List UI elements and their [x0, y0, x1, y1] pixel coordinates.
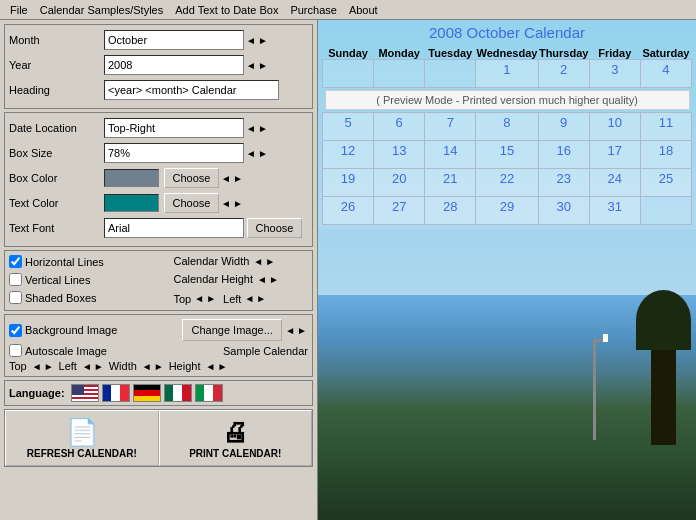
text-color-next-btn[interactable]: ► [232, 198, 244, 209]
box-color-prev-btn[interactable]: ◄ [220, 173, 232, 184]
print-calendar-btn[interactable]: 🖨 Print Calendar! [159, 410, 313, 466]
col-thursday: Thursday [538, 47, 589, 60]
background-section: Background Image Change Image... ◄ ► Aut… [4, 314, 313, 377]
cal-height-spinner: ◄ ► [256, 274, 280, 285]
col-tuesday: Tuesday [425, 47, 476, 60]
menu-calendar-samples[interactable]: Calendar Samples/Styles [34, 3, 170, 17]
height-next-btn[interactable]: ► [216, 361, 228, 372]
left2-next-btn[interactable]: ► [93, 361, 105, 372]
text-font-choose-btn[interactable]: Choose [247, 218, 302, 238]
print-label: Print Calendar! [189, 448, 281, 459]
heading-input[interactable] [104, 80, 279, 100]
calendar-header-row: Sunday Monday Tuesday Wednesday Thursday… [323, 47, 692, 60]
year-prev-btn[interactable]: ◄ [245, 60, 257, 71]
text-color-spinner: ◄ ► [220, 198, 244, 209]
shaded-boxes-checkbox[interactable] [9, 291, 22, 304]
flag-mx[interactable] [164, 384, 192, 402]
calendar-width-label: Calendar Width [174, 255, 250, 267]
calendar-day-cell: 29 [476, 197, 538, 225]
language-label: Language: [9, 387, 65, 399]
date-location-input[interactable] [104, 118, 244, 138]
calendar-day-cell: 1 [476, 60, 538, 88]
top2-next-btn[interactable]: ► [43, 361, 55, 372]
style-settings-section: Date Location ◄ ► Box Size ◄ ► Box [4, 112, 313, 247]
refresh-icon: 📄 [66, 417, 98, 448]
text-color-prev-btn[interactable]: ◄ [220, 198, 232, 209]
month-input[interactable] [104, 30, 244, 50]
menu-about[interactable]: About [343, 3, 384, 17]
bg-next-btn[interactable]: ► [296, 325, 308, 336]
calendar-day-cell: 23 [538, 169, 589, 197]
flag-us[interactable] [71, 384, 99, 402]
calendar-day-cell: 31 [589, 197, 640, 225]
horizontal-lines-checkbox[interactable] [9, 255, 22, 268]
calendar-day-cell: 26 [323, 197, 374, 225]
top-next-btn[interactable]: ► [205, 293, 217, 304]
cal-width-prev-btn[interactable]: ◄ [252, 256, 264, 267]
calendar-day-cell: 18 [640, 141, 691, 169]
col-wednesday: Wednesday [476, 47, 538, 60]
month-prev-btn[interactable]: ◄ [245, 35, 257, 46]
top2-prev-btn[interactable]: ◄ [31, 361, 43, 372]
date-location-next-btn[interactable]: ► [257, 123, 269, 134]
preview-banner-inner: ( Preview Mode - Printed version much hi… [325, 90, 690, 110]
box-size-prev-btn[interactable]: ◄ [245, 148, 257, 159]
menu-purchase[interactable]: Purchase [284, 3, 342, 17]
menu-file[interactable]: File [4, 3, 34, 17]
width-next-btn[interactable]: ► [153, 361, 165, 372]
calendar-day-cell [640, 197, 691, 225]
bg-prev-btn[interactable]: ◄ [284, 325, 296, 336]
left-spinner: ◄ ► [243, 293, 267, 304]
cal-height-next-btn[interactable]: ► [268, 274, 280, 285]
calendar-day-cell: 17 [589, 141, 640, 169]
cal-width-spinner: ◄ ► [252, 256, 276, 267]
width-prev-btn[interactable]: ◄ [141, 361, 153, 372]
calendar-day-cell: 14 [425, 141, 476, 169]
refresh-calendar-btn[interactable]: 📄 Refresh Calendar! [5, 410, 159, 466]
top2-spinner: ◄ ► [31, 361, 55, 372]
menu-add-text[interactable]: Add Text to Date Box [169, 3, 284, 17]
vertical-lines-checkbox[interactable] [9, 273, 22, 286]
calendar-day-cell: 9 [538, 113, 589, 141]
height-prev-btn[interactable]: ◄ [204, 361, 216, 372]
left-next-btn[interactable]: ► [255, 293, 267, 304]
background-image-checkbox[interactable] [9, 324, 22, 337]
cal-height-prev-btn[interactable]: ◄ [256, 274, 268, 285]
text-font-label: Text Font [9, 222, 104, 234]
date-location-label: Date Location [9, 122, 104, 134]
flag-it[interactable] [195, 384, 223, 402]
left2-prev-btn[interactable]: ◄ [81, 361, 93, 372]
calendar-height-row: Calendar Height ◄ ► [159, 273, 309, 285]
top-label: Top [174, 293, 192, 305]
print-icon: 🖨 [222, 417, 248, 448]
horizontal-lines-label: Horizontal Lines [25, 256, 104, 268]
calendar-week-row: 1234 [323, 60, 692, 88]
change-image-btn[interactable]: Change Image... [182, 319, 282, 341]
date-location-prev-btn[interactable]: ◄ [245, 123, 257, 134]
top-prev-btn[interactable]: ◄ [193, 293, 205, 304]
year-row: Year ◄ ► [9, 54, 308, 76]
width-spinner: ◄ ► [141, 361, 165, 372]
year-input[interactable] [104, 55, 244, 75]
top-spinner: ◄ ► [193, 293, 217, 304]
box-color-swatch[interactable] [104, 169, 159, 187]
calendar-container: 2008 October Calendar Sunday Monday Tues… [318, 20, 696, 229]
height-label: Height [169, 360, 201, 372]
left-prev-btn[interactable]: ◄ [243, 293, 255, 304]
background-image-label: Background Image [25, 324, 117, 336]
text-color-swatch[interactable] [104, 194, 159, 212]
year-next-btn[interactable]: ► [257, 60, 269, 71]
flag-fr[interactable] [102, 384, 130, 402]
box-size-input[interactable] [104, 143, 244, 163]
text-font-input[interactable] [104, 218, 244, 238]
flag-de[interactable] [133, 384, 161, 402]
calendar-day-cell: 28 [425, 197, 476, 225]
month-next-btn[interactable]: ► [257, 35, 269, 46]
autoscale-checkbox[interactable] [9, 344, 22, 357]
box-color-next-btn[interactable]: ► [232, 173, 244, 184]
heading-label: Heading [9, 84, 104, 96]
box-size-next-btn[interactable]: ► [257, 148, 269, 159]
text-color-choose-btn[interactable]: Choose [164, 193, 219, 213]
box-color-choose-btn[interactable]: Choose [164, 168, 219, 188]
cal-width-next-btn[interactable]: ► [264, 256, 276, 267]
